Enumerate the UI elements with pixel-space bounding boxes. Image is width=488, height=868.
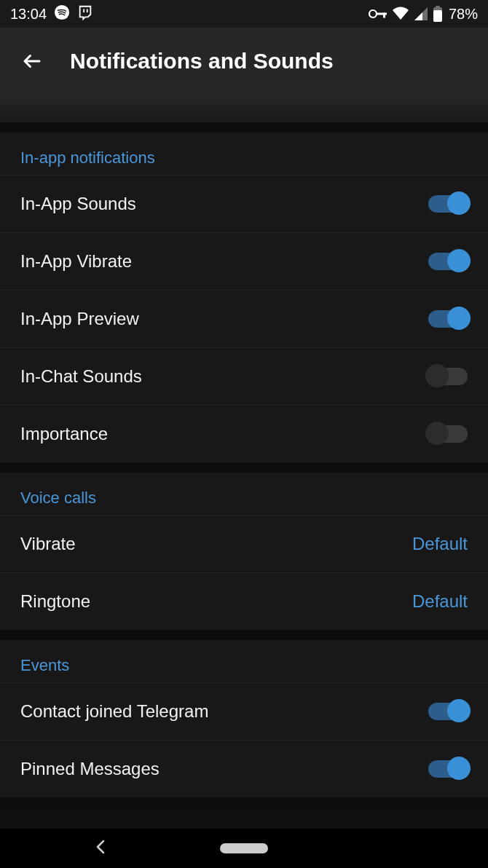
row-label: In-App Sounds: [20, 194, 136, 214]
row-inapp-vibrate[interactable]: In-App Vibrate: [0, 232, 488, 290]
twitch-icon: [77, 4, 93, 24]
row-label: Pinned Messages: [20, 759, 160, 779]
row-voice-ringtone[interactable]: Ringtone Default: [0, 572, 488, 630]
toggle-inapp-sounds[interactable]: [428, 195, 468, 213]
header: Notifications and Sounds: [0, 28, 488, 95]
section-gap: [0, 797, 488, 806]
row-contact-joined[interactable]: Contact joined Telegram: [0, 682, 488, 740]
row-voice-vibrate[interactable]: Vibrate Default: [0, 515, 488, 572]
row-inapp-sounds[interactable]: In-App Sounds: [0, 175, 488, 232]
row-label: Importance: [20, 424, 108, 444]
toggle-contact-joined[interactable]: [428, 703, 468, 720]
section-events: Events Contact joined Telegram Pinned Me…: [0, 640, 488, 797]
section-gap: [0, 122, 488, 133]
page-title: Notifications and Sounds: [70, 49, 334, 74]
system-nav-bar: [0, 829, 488, 868]
status-bar: 13:04 78%: [0, 0, 488, 28]
battery-percentage: 78%: [449, 6, 478, 23]
row-label: In-App Vibrate: [20, 251, 132, 272]
row-value: Default: [412, 591, 468, 612]
toggle-inapp-vibrate[interactable]: [428, 253, 468, 270]
spotify-icon: [54, 4, 70, 24]
section-gap: [0, 630, 488, 640]
svg-rect-3: [383, 13, 385, 18]
section-title-voice: Voice calls: [0, 473, 488, 515]
row-pinned-messages[interactable]: Pinned Messages: [0, 740, 488, 797]
toggle-inapp-preview[interactable]: [428, 310, 468, 328]
row-value: Default: [412, 534, 468, 554]
vpn-key-icon: [369, 7, 387, 20]
svg-rect-6: [433, 10, 442, 22]
toggle-pinned-messages[interactable]: [428, 760, 468, 778]
section-gap: [0, 462, 488, 473]
toggle-inchat-sounds[interactable]: [428, 368, 468, 385]
svg-rect-5: [436, 6, 440, 8]
section-title-events: Events: [0, 640, 488, 682]
wifi-icon: [392, 7, 409, 21]
row-importance[interactable]: Importance: [0, 405, 488, 462]
row-label: Ringtone: [20, 591, 90, 612]
section-voice: Voice calls Vibrate Default Ringtone Def…: [0, 473, 488, 630]
toggle-importance[interactable]: [428, 425, 468, 443]
row-label: In-Chat Sounds: [20, 366, 142, 387]
nav-home-pill[interactable]: [220, 843, 268, 853]
status-time: 13:04: [10, 6, 47, 23]
scroll-shadow: [0, 95, 488, 122]
back-button[interactable]: [15, 44, 50, 79]
section-title-inapp: In-app notifications: [0, 133, 488, 175]
row-inapp-preview[interactable]: In-App Preview: [0, 290, 488, 347]
row-label: Vibrate: [20, 534, 76, 554]
cell-signal-icon: [414, 7, 428, 21]
nav-back-icon[interactable]: [95, 838, 108, 859]
section-inapp: In-app notifications In-App Sounds In-Ap…: [0, 133, 488, 462]
row-label: In-App Preview: [20, 309, 139, 329]
row-inchat-sounds[interactable]: In-Chat Sounds: [0, 347, 488, 405]
battery-icon: [433, 6, 443, 22]
row-label: Contact joined Telegram: [20, 701, 208, 722]
svg-point-1: [369, 10, 377, 17]
